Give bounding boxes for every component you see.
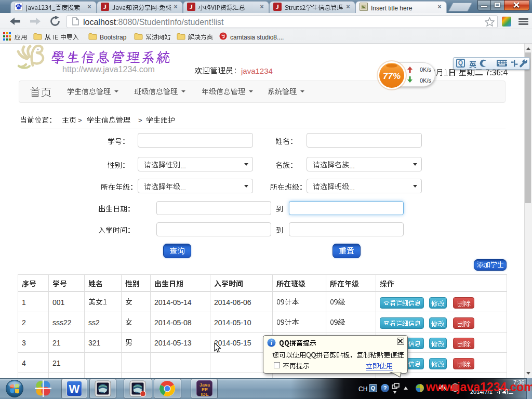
- svg-text:77%: 77%: [383, 71, 401, 81]
